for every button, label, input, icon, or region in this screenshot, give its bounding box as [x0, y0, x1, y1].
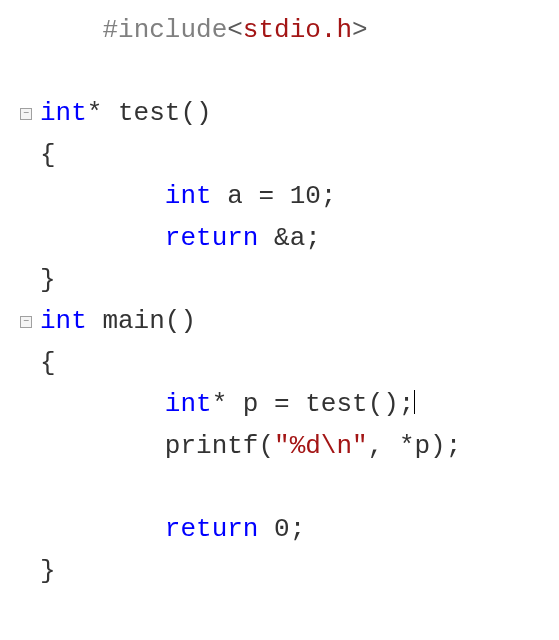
token-plain: {: [40, 140, 56, 170]
code-line[interactable]: return 0;: [10, 509, 559, 551]
token-plain: main(): [87, 306, 196, 336]
code-line-text: int a = 10;: [10, 176, 336, 218]
token-plain: 0;: [258, 514, 305, 544]
code-editor[interactable]: #include<stdio.h> −int* test(){ int a = …: [10, 10, 559, 592]
code-line-text: return 0;: [10, 509, 305, 551]
code-line-text: #include<stdio.h>: [10, 10, 368, 52]
token-string: "%d\n": [274, 431, 368, 461]
token-keyword: return: [165, 223, 259, 253]
token-keyword: return: [165, 514, 259, 544]
token-plain: a = 10;: [212, 181, 337, 211]
code-line-text: [10, 468, 56, 510]
code-line[interactable]: −int* test(): [10, 93, 559, 135]
code-line[interactable]: int a = 10;: [10, 176, 559, 218]
token-keyword: int: [40, 98, 87, 128]
token-plain: }: [40, 556, 56, 586]
code-line-text: }: [10, 551, 56, 593]
code-line[interactable]: [10, 52, 559, 94]
token-plain: }: [40, 265, 56, 295]
code-line[interactable]: }: [10, 551, 559, 593]
code-line-text: [10, 52, 56, 94]
code-line-text: int* test(): [10, 93, 212, 135]
token-header: stdio.h: [243, 15, 352, 45]
token-angle: <: [227, 15, 243, 45]
code-line-text: int* p = test();: [10, 384, 415, 426]
token-plain: {: [40, 348, 56, 378]
token-angle: >: [352, 15, 368, 45]
token-plain: printf(: [165, 431, 274, 461]
code-line-text: printf("%d\n", *p);: [10, 426, 461, 468]
fold-toggle-icon[interactable]: −: [20, 108, 32, 120]
code-line[interactable]: #include<stdio.h>: [10, 10, 559, 52]
code-line-text: }: [10, 260, 56, 302]
token-include-keyword: #include: [102, 15, 227, 45]
token-keyword: int: [165, 181, 212, 211]
token-plain: &a;: [258, 223, 320, 253]
code-line[interactable]: printf("%d\n", *p);: [10, 426, 559, 468]
code-line-text: {: [10, 135, 56, 177]
token-plain: * p = test();: [212, 389, 415, 419]
code-line[interactable]: int* p = test();: [10, 384, 559, 426]
token-plain: * test(): [87, 98, 212, 128]
token-plain: , *p);: [368, 431, 462, 461]
code-line-text: {: [10, 343, 56, 385]
token-keyword: int: [40, 306, 87, 336]
code-line[interactable]: return &a;: [10, 218, 559, 260]
code-line[interactable]: −int main(): [10, 301, 559, 343]
text-cursor: [414, 390, 415, 414]
code-line[interactable]: {: [10, 135, 559, 177]
code-line-text: return &a;: [10, 218, 321, 260]
code-line[interactable]: [10, 468, 559, 510]
code-line[interactable]: }: [10, 260, 559, 302]
token-keyword: int: [165, 389, 212, 419]
fold-toggle-icon[interactable]: −: [20, 316, 32, 328]
code-line[interactable]: {: [10, 343, 559, 385]
code-line-text: int main(): [10, 301, 196, 343]
